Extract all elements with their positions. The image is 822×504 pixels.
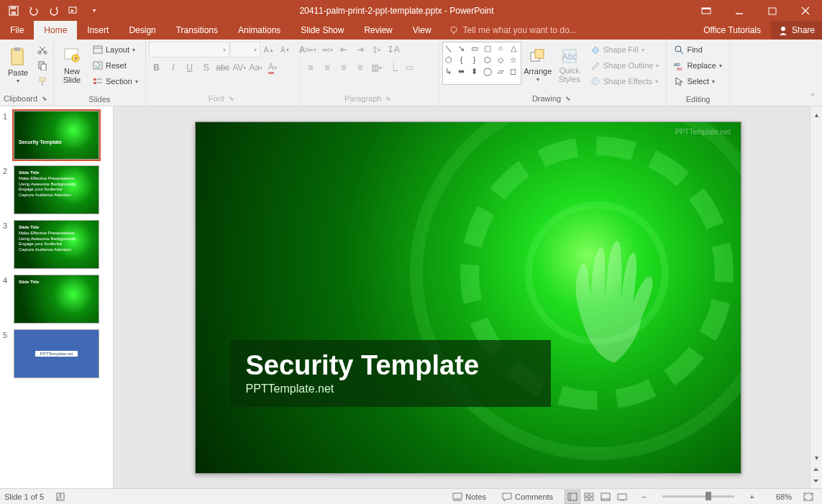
underline-button[interactable]: U (182, 60, 198, 75)
arrange-button[interactable]: Arrange▾ (523, 42, 553, 89)
zoom-out-button[interactable]: − (637, 490, 650, 504)
next-slide-button[interactable]: ⏷ (811, 475, 822, 486)
decrease-indent-button[interactable]: ⇤ (336, 42, 352, 58)
font-size-combo[interactable]: ▾ (230, 42, 260, 58)
smartart-button[interactable]: ▭ (402, 60, 418, 75)
align-left-button[interactable]: ≡ (303, 60, 319, 75)
char-spacing-button[interactable]: AV▾ (232, 60, 247, 75)
comments-button[interactable]: Comments (498, 490, 557, 504)
start-from-beginning-button[interactable] (65, 2, 83, 19)
format-painter-button[interactable] (35, 73, 50, 89)
reading-view-button[interactable] (598, 490, 613, 504)
font-dialog-launcher[interactable]: ⬊ (227, 93, 237, 104)
slide-count-label[interactable]: Slide 1 of 5 (4, 492, 44, 501)
align-text-button[interactable]: ⎿ (385, 60, 401, 75)
change-case-button[interactable]: Aa▾ (248, 60, 264, 75)
line-spacing-button[interactable]: ‡▾ (369, 42, 385, 58)
thumbnail-slide-5[interactable]: PPTTemplate.net (14, 329, 99, 378)
paste-button[interactable]: Paste ▾ (3, 42, 33, 89)
collapse-ribbon-button[interactable]: ˄ (806, 92, 819, 104)
replace-button[interactable]: abacReplace▾ (670, 58, 726, 73)
vertical-scrollbar[interactable]: ▴ ▾ ⏶ ⏷ (810, 106, 822, 488)
shape-line[interactable]: ＼ (444, 44, 453, 52)
paragraph-dialog-launcher[interactable]: ⬊ (383, 93, 393, 104)
slide-thumbnail-panel[interactable]: 1 Security Template 2 Slide Title Make E… (0, 106, 114, 488)
select-button[interactable]: Select▾ (670, 73, 726, 89)
shadow-button[interactable]: S (198, 60, 214, 75)
drawing-dialog-launcher[interactable]: ⬊ (563, 93, 573, 104)
shape-fill-button[interactable]: Shape Fill▾ (586, 42, 664, 58)
zoom-slider[interactable] (662, 495, 734, 498)
text-direction-button[interactable]: ↧A (385, 42, 401, 58)
font-family-combo[interactable]: ▾ (149, 42, 229, 58)
notes-button[interactable]: Notes (448, 490, 490, 504)
current-slide[interactable]: PPTTemplate.net Security Template PPTTem… (195, 122, 741, 474)
thumbnail-slide-4[interactable]: Slide Title (14, 275, 99, 324)
numbering-button[interactable]: ≕▾ (319, 42, 335, 58)
bold-button[interactable]: B (149, 60, 165, 75)
strikethrough-button[interactable]: abc (215, 60, 231, 75)
columns-button[interactable]: ▥▾ (369, 60, 385, 75)
fit-to-window-button[interactable] (799, 490, 818, 504)
bullets-button[interactable]: ≔▾ (303, 42, 319, 58)
normal-view-button[interactable] (565, 490, 580, 504)
slide-editor[interactable]: PPTTemplate.net Security Template PPTTem… (114, 106, 822, 488)
grow-font-button[interactable]: A▲ (261, 42, 277, 58)
zoom-in-button[interactable]: + (746, 490, 759, 504)
tab-design[interactable]: Design (119, 21, 165, 40)
tab-animations[interactable]: Animations (228, 21, 291, 40)
section-button[interactable]: Section▾ (88, 73, 142, 89)
scroll-up-button[interactable]: ▴ (811, 109, 822, 120)
paste-label: Paste (8, 68, 28, 77)
thumbnail-slide-1[interactable]: Security Template (14, 111, 99, 160)
zoom-slider-thumb[interactable] (705, 492, 711, 500)
prev-slide-button[interactable]: ⏶ (811, 463, 822, 475)
new-slide-button[interactable]: ✶ New Slide (57, 42, 87, 89)
copy-button[interactable] (35, 58, 50, 73)
spellcheck-button[interactable] (51, 490, 70, 504)
tab-file[interactable]: File (0, 21, 34, 40)
tell-me-search[interactable]: Tell me what you want to do... (442, 21, 694, 40)
redo-button[interactable] (45, 2, 63, 19)
slideshow-view-button[interactable] (614, 490, 630, 504)
undo-button[interactable] (24, 2, 43, 19)
sorter-view-button[interactable] (581, 490, 597, 504)
justify-button[interactable]: ≡ (352, 60, 368, 75)
svg-point-12 (781, 27, 785, 31)
find-button[interactable]: Find (670, 42, 726, 58)
reset-button[interactable]: Reset (88, 58, 142, 73)
tab-office-tutorials[interactable]: Office Tutorials (693, 21, 771, 40)
close-button[interactable] (789, 0, 822, 21)
svg-rect-2 (12, 12, 16, 14)
shape-outline-button[interactable]: Shape Outline▾ (586, 58, 664, 73)
tab-home[interactable]: Home (34, 21, 77, 40)
thumbnail-slide-2[interactable]: Slide Title Make Effective Presentations… (14, 165, 99, 214)
shape-effects-button[interactable]: Shape Effects▾ (586, 73, 664, 89)
minimize-button[interactable] (723, 0, 756, 21)
share-button[interactable]: Share (771, 21, 822, 40)
font-color-button[interactable]: A▾ (265, 60, 280, 75)
scroll-down-button[interactable]: ▾ (811, 452, 822, 463)
ribbon-options-button[interactable] (690, 0, 723, 21)
cut-button[interactable] (35, 42, 50, 58)
tab-transitions[interactable]: Transitions (166, 21, 228, 40)
tab-insert[interactable]: Insert (77, 21, 119, 40)
increase-indent-button[interactable]: ⇥ (352, 42, 368, 58)
zoom-level-label[interactable]: 68% (766, 492, 792, 501)
thumbnail-slide-3[interactable]: Slide Title Make Effective Presentations… (14, 220, 99, 269)
layout-button[interactable]: Layout▾ (88, 42, 142, 58)
tab-slideshow[interactable]: Slide Show (291, 21, 354, 40)
clipboard-dialog-launcher[interactable]: ⬊ (40, 93, 50, 104)
maximize-button[interactable] (756, 0, 789, 21)
shapes-gallery[interactable]: ＼↘▭▢○△ ⬠{}⬡◇☆ ↳⬌⬍◯▱◻ (442, 42, 521, 85)
tab-view[interactable]: View (403, 21, 442, 40)
qat-customize-button[interactable]: ▾ (85, 2, 104, 19)
italic-button[interactable]: I (165, 60, 181, 75)
quick-styles-button[interactable]: Abc Quick Styles (554, 42, 585, 89)
save-button[interactable] (4, 2, 23, 19)
shrink-font-button[interactable]: A▼ (278, 42, 293, 58)
title-placeholder[interactable]: Security Template PPTTemplate.net (230, 340, 552, 407)
align-center-button[interactable]: ≡ (319, 60, 335, 75)
tab-review[interactable]: Review (354, 21, 402, 40)
align-right-button[interactable]: ≡ (336, 60, 352, 75)
